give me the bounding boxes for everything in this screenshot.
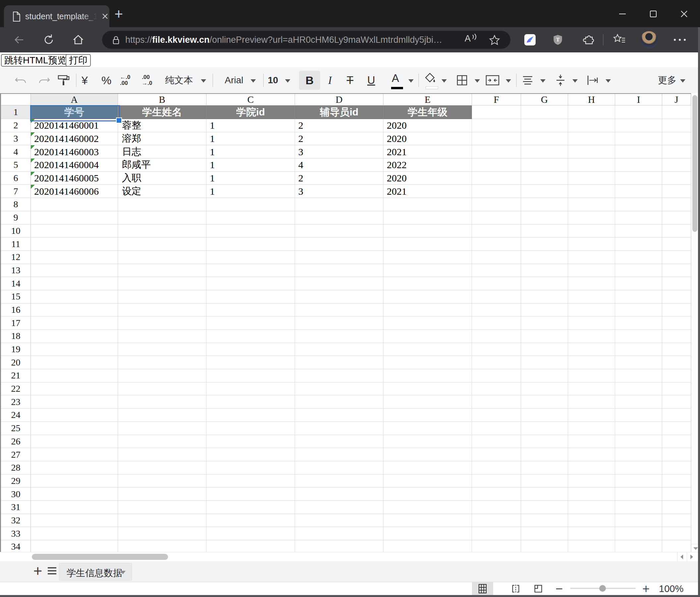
cell-H23[interactable] xyxy=(568,395,615,409)
cell-D11[interactable] xyxy=(295,237,383,251)
cell-G25[interactable] xyxy=(521,422,568,435)
cell-E34[interactable] xyxy=(383,540,472,552)
row-header-8[interactable]: 8 xyxy=(1,198,31,211)
cell-C8[interactable] xyxy=(206,198,295,211)
column-header-J[interactable]: J xyxy=(662,94,691,105)
cell-H28[interactable] xyxy=(568,461,615,475)
cell-D30[interactable] xyxy=(295,487,383,501)
cell-F23[interactable] xyxy=(472,395,521,409)
cell-J4[interactable] xyxy=(662,145,691,159)
cell-J21[interactable] xyxy=(662,369,691,382)
cell-G32[interactable] xyxy=(521,514,568,527)
shield-t-icon[interactable]: T xyxy=(552,34,564,46)
cell-C6[interactable]: 1 xyxy=(206,172,295,185)
cell-A2[interactable]: 2020141460001 xyxy=(31,119,118,132)
cell-G31[interactable] xyxy=(521,501,568,514)
cell-B33[interactable] xyxy=(118,527,206,540)
cell-B9[interactable] xyxy=(118,211,206,224)
window-minimize-button[interactable] xyxy=(617,9,628,19)
cell-J14[interactable] xyxy=(662,277,691,290)
cell-F32[interactable] xyxy=(472,514,521,527)
cell-B18[interactable] xyxy=(118,330,206,343)
cell-I19[interactable] xyxy=(615,343,662,356)
sheet-tab-active[interactable]: 学生信息数据 xyxy=(59,563,132,580)
cell-J9[interactable] xyxy=(662,211,691,224)
cell-F19[interactable] xyxy=(472,343,521,356)
cell-C20[interactable] xyxy=(206,356,295,369)
cell-B23[interactable] xyxy=(118,395,206,409)
cell-C2[interactable]: 1 xyxy=(206,119,295,132)
cell-H11[interactable] xyxy=(568,237,615,251)
jump-html-preview-button[interactable]: 跳转HTML预览 xyxy=(1,54,70,67)
text-wrap-caret-icon[interactable] xyxy=(605,79,611,82)
cell-J24[interactable] xyxy=(662,409,691,422)
cell-D6[interactable]: 2 xyxy=(295,172,383,185)
cell-F31[interactable] xyxy=(472,501,521,514)
cell-J26[interactable] xyxy=(662,435,691,448)
cell-I1[interactable] xyxy=(615,105,662,119)
cell-E8[interactable] xyxy=(383,198,472,211)
cell-A11[interactable] xyxy=(31,237,118,251)
refresh-icon[interactable] xyxy=(42,32,56,47)
cell-A28[interactable] xyxy=(31,461,118,475)
cell-B2[interactable]: 蓉整 xyxy=(118,119,206,132)
cell-I22[interactable] xyxy=(615,382,662,396)
cell-G13[interactable] xyxy=(521,264,568,277)
cell-J11[interactable] xyxy=(662,237,691,251)
horizontal-scrollbar[interactable] xyxy=(0,552,700,561)
row-header-20[interactable]: 20 xyxy=(1,356,31,369)
cell-E7[interactable]: 2021 xyxy=(383,185,472,198)
cell-H22[interactable] xyxy=(568,382,615,396)
percent-format-button[interactable]: % xyxy=(101,74,111,87)
row-header-22[interactable]: 22 xyxy=(1,382,31,396)
vertical-align-caret-icon[interactable] xyxy=(572,79,578,82)
cell-F24[interactable] xyxy=(472,409,521,422)
column-header-E[interactable]: E xyxy=(383,94,472,105)
cell-I14[interactable] xyxy=(615,277,662,290)
cell-C23[interactable] xyxy=(206,395,295,409)
favorite-star-icon[interactable] xyxy=(488,33,501,47)
cell-F4[interactable] xyxy=(472,145,521,159)
cell-E32[interactable] xyxy=(383,514,472,527)
cell-I3[interactable] xyxy=(615,132,662,146)
cell-D18[interactable] xyxy=(295,330,383,343)
url-text[interactable]: https://file.kkview.cn/onlinePreview?url… xyxy=(125,35,442,45)
cell-I27[interactable] xyxy=(615,448,662,461)
row-header-18[interactable]: 18 xyxy=(1,330,31,343)
cell-D13[interactable] xyxy=(295,264,383,277)
back-icon[interactable] xyxy=(12,32,26,47)
select-all-corner[interactable] xyxy=(1,94,31,105)
cell-B15[interactable] xyxy=(118,290,206,304)
cell-I31[interactable] xyxy=(615,501,662,514)
cell-D3[interactable]: 2 xyxy=(295,132,383,146)
add-sheet-button[interactable]: + xyxy=(30,562,45,580)
cell-H27[interactable] xyxy=(568,448,615,461)
cell-H31[interactable] xyxy=(568,501,615,514)
cell-A17[interactable] xyxy=(31,316,118,330)
fill-color-bucket-icon[interactable] xyxy=(424,72,439,89)
cell-I15[interactable] xyxy=(615,290,662,304)
cell-A26[interactable] xyxy=(31,435,118,448)
cell-J34[interactable] xyxy=(662,540,691,552)
home-icon[interactable] xyxy=(71,32,85,47)
cell-B24[interactable] xyxy=(118,409,206,422)
cell-I12[interactable] xyxy=(615,251,662,264)
cell-J10[interactable] xyxy=(662,224,691,238)
cell-F34[interactable] xyxy=(472,540,521,552)
cell-F12[interactable] xyxy=(472,251,521,264)
cell-E26[interactable] xyxy=(383,435,472,448)
cell-J2[interactable] xyxy=(662,119,691,132)
cell-C22[interactable] xyxy=(206,382,295,396)
cell-J18[interactable] xyxy=(662,330,691,343)
cell-D5[interactable]: 4 xyxy=(295,159,383,172)
cell-B4[interactable]: 日志 xyxy=(118,145,206,159)
cell-B13[interactable] xyxy=(118,264,206,277)
cell-B34[interactable] xyxy=(118,540,206,552)
cell-F16[interactable] xyxy=(472,304,521,317)
cell-G19[interactable] xyxy=(521,343,568,356)
cell-E17[interactable] xyxy=(383,316,472,330)
cell-H7[interactable] xyxy=(568,185,615,198)
cell-G17[interactable] xyxy=(521,316,568,330)
cell-E14[interactable] xyxy=(383,277,472,290)
cell-C24[interactable] xyxy=(206,409,295,422)
